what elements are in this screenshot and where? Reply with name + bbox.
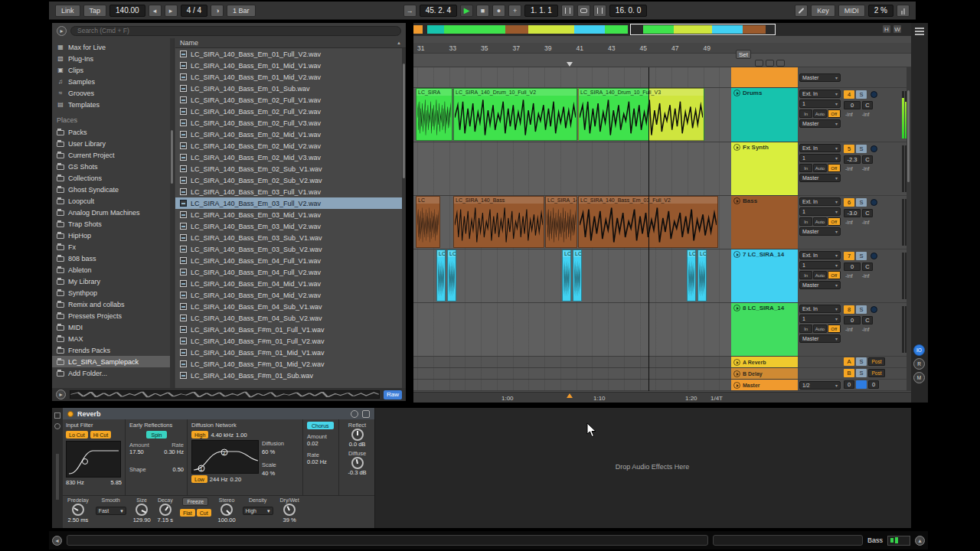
audio-clip[interactable]: LC (447, 249, 456, 302)
smooth-select[interactable]: Fast▾ (96, 507, 126, 515)
quantize-menu[interactable]: 1 Bar (227, 5, 256, 17)
preview-waveform[interactable] (70, 390, 380, 399)
track-activator[interactable] (871, 306, 877, 313)
file-row[interactable]: LC_SIRA_140_Bass_Em_01_Sub.wav (175, 83, 406, 94)
punch-out-icon[interactable] (593, 5, 606, 17)
file-row[interactable]: LC_SIRA_140_Bass_Em_03_Mid_V2.wav (175, 220, 406, 232)
stereo-knob[interactable] (220, 504, 233, 516)
input-routing-select[interactable]: Ext. In▾ (799, 251, 841, 259)
category-item[interactable]: ▦ Max for Live (52, 41, 174, 53)
input-channel-select[interactable]: 1▾ (799, 99, 841, 108)
play-button[interactable]: ▶ (460, 5, 473, 17)
device-overview-icon[interactable] (54, 412, 60, 419)
sort-arrow-icon[interactable]: ▲ (397, 41, 401, 45)
sidebar-scrollbar[interactable] (170, 38, 174, 388)
clip-area[interactable]: LC_SIRA LC_SIRA_140_Drum_10_Full_V2 LC_S… (413, 88, 731, 142)
lo-cut-toggle[interactable]: Lo Cut (66, 431, 88, 439)
pre-post-toggle[interactable]: Post (868, 369, 885, 377)
solo-button[interactable]: S (856, 90, 867, 99)
hide-browser-icon[interactable]: ◂ (52, 536, 62, 546)
volume-field[interactable]: 0 (844, 316, 861, 324)
volume-field[interactable]: 0 (844, 101, 861, 109)
file-row[interactable]: LC_SIRA_140_Bass_Em_01_Full_V2.wav (175, 48, 406, 60)
master-output-select[interactable]: 1/2▾ (799, 381, 841, 390)
chorus-rate-field[interactable]: 0.02 Hz (307, 458, 335, 465)
place-item[interactable]: Packs (52, 126, 174, 138)
key-map-button[interactable]: Key (811, 5, 835, 17)
track-activator[interactable] (871, 253, 877, 259)
save-preset-icon[interactable] (362, 410, 370, 418)
output-routing-select[interactable]: Master▾ (799, 119, 841, 128)
unfold-track-icon[interactable] (733, 382, 740, 389)
place-item[interactable]: Add Folder... (52, 367, 174, 379)
set-loop-button[interactable]: Set (736, 50, 751, 59)
file-row[interactable]: LC_SIRA_140_Bass_F#m_01_Full_V2.wav (175, 335, 406, 347)
show-mixer-toggle[interactable]: M (913, 372, 925, 383)
category-item[interactable]: ▧ Plug-Ins (52, 53, 174, 64)
volume-field[interactable]: -3.0 (844, 209, 861, 217)
device-title-bar[interactable]: Reverb (63, 408, 374, 419)
track-number-badge[interactable]: 4 (844, 90, 854, 99)
low-freq-field[interactable]: 244 Hz (210, 476, 228, 483)
category-item[interactable]: ≈ Grooves (52, 87, 174, 99)
time-ruler[interactable]: 1:001:101:20 1/4T (413, 392, 911, 403)
preview-play-icon[interactable]: ▸ (56, 390, 66, 399)
audio-clip[interactable]: LC_SIRA_140_Bass (453, 196, 544, 248)
output-routing-select[interactable]: Master▾ (799, 174, 841, 182)
track-header[interactable]: B Delay (731, 368, 798, 379)
high-gain-field[interactable]: 1.00 (236, 432, 247, 439)
file-row[interactable]: LC_SIRA_140_Bass_Em_04_Mid_V2.wav (175, 289, 406, 301)
nudge-up-icon[interactable]: ▸ (165, 5, 178, 17)
menu-icon[interactable] (915, 28, 924, 29)
category-item[interactable]: ♫ Samples (52, 76, 174, 87)
show-io-toggle[interactable]: IO (913, 344, 925, 356)
predelay-knob[interactable] (72, 504, 84, 516)
clip-area[interactable]: LC LC LC LC LC LC (413, 249, 731, 302)
solo-button[interactable]: S (856, 369, 867, 377)
audio-clip[interactable]: LC_SIRA_140_Drum_10_Full_V3 (578, 88, 704, 141)
audio-clip[interactable]: LC (416, 196, 440, 248)
loop-marker-icon[interactable] (567, 393, 573, 398)
file-row[interactable]: LC_SIRA_140_Bass_Em_02_Mid_V3.wav (175, 152, 406, 163)
follow-icon[interactable]: → (403, 5, 416, 17)
clip-area[interactable] (413, 67, 731, 87)
file-row[interactable]: LC_SIRA_140_Bass_Em_04_Sub_V1.wav (175, 301, 406, 312)
arrangement-position-display[interactable]: 45. 2. 4 (420, 5, 457, 17)
monitor-switch[interactable]: InAutoOff (799, 271, 841, 279)
scrub-area[interactable]: Set (413, 54, 911, 67)
device-chain-icon[interactable] (54, 423, 60, 429)
record-button[interactable]: ● (492, 5, 505, 17)
file-row[interactable]: LC_SIRA_140_Bass_Em_02_Sub_V1.wav (175, 163, 406, 174)
input-routing-select[interactable]: Ext. In▾ (799, 90, 841, 98)
diffusion-display[interactable]: 2 1 (191, 440, 259, 474)
overview-viewport-box[interactable] (630, 24, 776, 35)
arrangement-overview[interactable]: H W (413, 23, 911, 36)
place-item[interactable]: Collections (52, 172, 174, 184)
audio-clip[interactable]: LC (697, 249, 707, 302)
time-signature-display[interactable]: 4 / 4 (181, 5, 207, 17)
track-header[interactable]: A Reverb (731, 357, 798, 367)
unfold-track-icon[interactable] (733, 370, 740, 377)
solo-button[interactable]: S (856, 357, 867, 366)
place-item[interactable]: Trap Shots (52, 218, 174, 230)
pre-post-toggle[interactable]: Post (868, 357, 885, 366)
audio-clip[interactable]: LC (562, 249, 571, 302)
track-header[interactable]: Master (731, 380, 798, 390)
output-routing-select[interactable]: Master▾ (799, 334, 841, 343)
file-list-scrollbar[interactable] (402, 48, 406, 388)
metronome-icon[interactable]: ◑ (211, 5, 224, 17)
unfold-track-icon[interactable] (733, 90, 740, 96)
place-item[interactable]: Ableton (52, 264, 174, 276)
place-item[interactable]: Frends Packs (52, 344, 174, 356)
punch-in-icon[interactable] (561, 5, 574, 17)
place-item[interactable]: HipHop (52, 230, 174, 241)
hot-swap-icon[interactable] (351, 410, 358, 418)
filter-freq-field[interactable]: 830 Hz (66, 479, 84, 486)
filter-q-field[interactable]: 5.85 (110, 479, 122, 486)
size-knob[interactable] (136, 504, 148, 516)
decay-knob[interactable] (159, 504, 172, 516)
track-header[interactable]: Bass (731, 196, 798, 249)
pan-field[interactable]: C (862, 101, 873, 109)
loop-start-display[interactable]: 1. 1. 1 (524, 5, 558, 17)
spin-rate-field[interactable]: 0.30 Hz (164, 448, 184, 455)
